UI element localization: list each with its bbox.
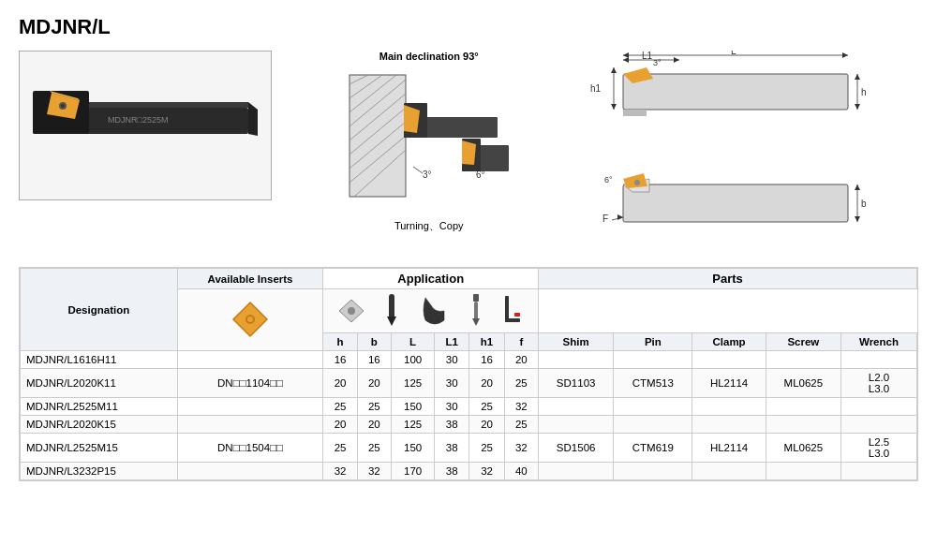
svg-marker-26	[462, 140, 476, 165]
col-pin-header: Pin	[614, 333, 692, 351]
table-row: MDJNR/L2020K11DN□□1104□□2020125302025SD1…	[21, 369, 917, 398]
svg-line-23	[413, 167, 423, 173]
table-cell	[539, 398, 614, 416]
svg-text:h: h	[861, 87, 867, 97]
table-cell	[614, 463, 692, 480]
table-cell: 32	[504, 434, 538, 463]
table-cell	[766, 416, 840, 434]
table-cell: HL2114	[692, 434, 766, 463]
table-cell	[766, 463, 840, 480]
svg-text:6°: 6°	[604, 175, 613, 184]
insert-image-cell	[177, 289, 323, 351]
table-cell: 30	[435, 351, 469, 369]
table-cell: ML0625	[766, 369, 840, 398]
svg-marker-2	[248, 102, 258, 136]
svg-rect-28	[623, 74, 848, 110]
table-cell: 20	[323, 416, 357, 434]
table-cell: 20	[504, 351, 538, 369]
col-L-header: L	[392, 333, 435, 351]
table-cell: 150	[392, 434, 435, 463]
table-cell: HL2114	[692, 369, 766, 398]
table-cell	[692, 416, 766, 434]
table-cell: 25	[357, 398, 391, 416]
table-row: MDJNR/L2525M15DN□□1504□□2525150382532SD1…	[21, 434, 917, 463]
svg-point-51	[634, 180, 640, 185]
table-cell: 32	[357, 463, 391, 480]
table-cell: 30	[435, 369, 469, 398]
svg-rect-67	[473, 294, 479, 302]
table-cell	[177, 463, 323, 480]
svg-marker-55	[617, 214, 623, 220]
table-cell: 38	[435, 463, 469, 480]
svg-text:MDJNR□2525M: MDJNR□2525M	[108, 115, 168, 125]
table-row: MDJNR/L3232P153232170383240	[21, 463, 917, 480]
col-wrench-header: Wrench	[840, 333, 916, 351]
table-cell: 16	[469, 351, 504, 369]
table-row: MDJNR/L2020K152020125382025	[21, 416, 917, 434]
table-cell	[177, 416, 323, 434]
table-cell	[766, 351, 840, 369]
svg-text:6°: 6°	[476, 169, 485, 180]
top-section: MDJNR□2525M Main declination 93°	[19, 51, 918, 250]
col-f-header: f	[504, 333, 538, 351]
svg-rect-9	[350, 75, 406, 197]
svg-marker-66	[387, 317, 396, 326]
col-application-header: Application	[323, 269, 539, 289]
table-cell: MDJNR/L3232P15	[21, 463, 178, 480]
svg-text:L1: L1	[642, 51, 653, 61]
svg-marker-40	[623, 57, 629, 63]
table-cell: L2.5L3.0	[840, 434, 916, 463]
table-cell: CTM619	[614, 434, 692, 463]
table-cell	[539, 351, 614, 369]
svg-text:3°: 3°	[423, 169, 432, 180]
table-cell: SD1506	[539, 434, 614, 463]
table-row: MDJNR/L1616H111616100301620	[21, 351, 917, 369]
svg-marker-58	[855, 184, 860, 190]
table-cell: 40	[504, 463, 538, 480]
table-cell: DN□□1104□□	[177, 369, 323, 398]
right-diagrams: h1 h L1 L 3°	[586, 51, 918, 250]
declination-label: Main declination 93°	[379, 51, 479, 62]
table-cell: MDJNR/L2525M11	[21, 398, 178, 416]
table-cell: 38	[435, 434, 469, 463]
svg-marker-30	[623, 110, 647, 116]
table-cell	[614, 398, 692, 416]
col-designation-header: Designation	[21, 269, 178, 351]
parts-images-cell	[323, 289, 539, 333]
col-h1-header: h1	[469, 333, 504, 351]
table-cell: 25	[469, 434, 504, 463]
svg-text:h1: h1	[590, 83, 602, 94]
col-screw-header: Screw	[766, 333, 840, 351]
table-cell	[840, 463, 916, 480]
table-cell	[539, 463, 614, 480]
svg-marker-45	[611, 104, 617, 110]
table-cell: 32	[469, 463, 504, 480]
table-cell: 16	[323, 351, 357, 369]
table-cell	[840, 351, 916, 369]
page-title: MDJNR/L	[19, 15, 918, 39]
table-cell	[766, 398, 840, 416]
table-cell: 25	[323, 434, 357, 463]
table-cell: 25	[469, 398, 504, 416]
svg-marker-42	[623, 52, 629, 58]
table-cell: 32	[504, 398, 538, 416]
table-cell	[614, 351, 692, 369]
table-cell: 25	[323, 398, 357, 416]
table-cell	[614, 416, 692, 434]
table-cell: 20	[357, 369, 391, 398]
table-cell: 125	[392, 416, 435, 434]
svg-marker-69	[472, 318, 480, 326]
table-cell	[692, 463, 766, 480]
table-cell: 100	[392, 351, 435, 369]
svg-rect-70	[505, 296, 509, 322]
col-available-header: Available Inserts	[177, 269, 323, 289]
table-cell	[177, 351, 323, 369]
tool-photo: MDJNR□2525M	[19, 51, 272, 200]
table-cell: 25	[357, 434, 391, 463]
table-cell	[692, 398, 766, 416]
table-cell: CTM513	[614, 369, 692, 398]
table-cell: 16	[357, 351, 391, 369]
svg-marker-44	[611, 67, 617, 73]
table-cell: 20	[323, 369, 357, 398]
svg-text:L: L	[731, 51, 736, 56]
